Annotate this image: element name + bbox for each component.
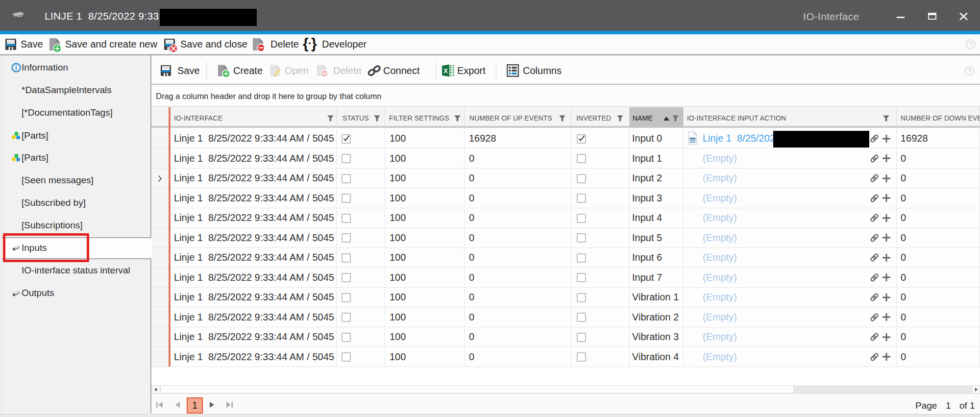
svg-text:X: X <box>443 67 448 74</box>
